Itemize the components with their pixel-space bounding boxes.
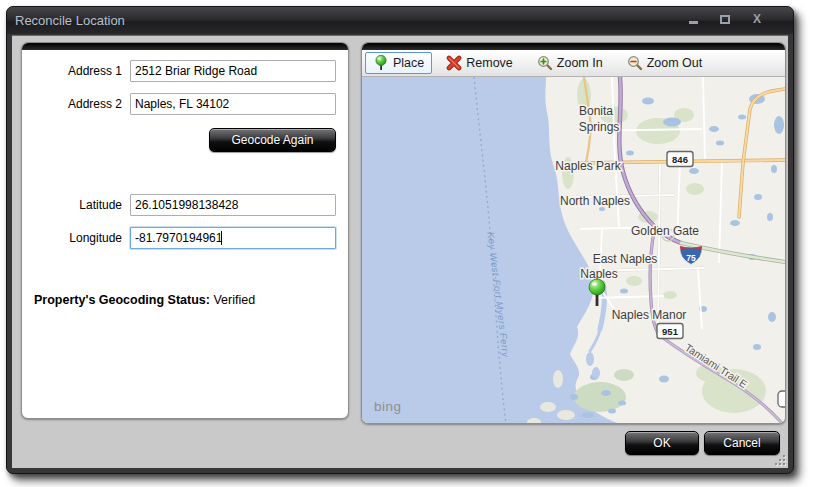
map-label-bonita-springs: Bonita: [579, 104, 613, 118]
map-shield-846: 846: [667, 152, 693, 167]
bing-map[interactable]: Key West-Fort Myers Ferry Bonita Springs…: [362, 77, 785, 424]
longitude-field[interactable]: [130, 227, 336, 249]
resize-grip[interactable]: [774, 454, 785, 465]
zoom-out-icon: [627, 55, 643, 71]
text-caret: [221, 231, 222, 245]
geocoding-status: Property's Geocoding Status: Verified: [34, 293, 255, 307]
map-label-north-naples: North Naples: [560, 194, 630, 208]
window-title: Reconcile Location: [15, 13, 125, 28]
map-panel: Place Remove Zoom In: [361, 42, 786, 424]
svg-text:846: 846: [672, 154, 688, 165]
bing-logo: bing: [374, 399, 402, 414]
remove-button[interactable]: Remove: [438, 52, 521, 74]
zoom-in-icon: [537, 55, 553, 71]
maximize-icon[interactable]: [717, 11, 733, 27]
geocoding-status-label: Property's Geocoding Status:: [34, 293, 210, 307]
map-label-naples: Naples: [580, 267, 617, 281]
address1-label: Address 1: [40, 64, 122, 78]
geocoding-status-value: Verified: [213, 293, 255, 307]
map-view[interactable]: Key West-Fort Myers Ferry Bonita Springs…: [362, 77, 785, 423]
pushpin-icon: [373, 55, 389, 71]
zoom-out-button-label: Zoom Out: [647, 56, 703, 70]
address2-field[interactable]: [130, 93, 336, 115]
map-label-golden-gate: Golden Gate: [631, 224, 699, 238]
zoom-out-button[interactable]: Zoom Out: [619, 52, 711, 74]
address1-field[interactable]: [130, 60, 336, 82]
zoom-in-button-label: Zoom In: [557, 56, 603, 70]
place-button[interactable]: Place: [365, 52, 432, 74]
minimize-icon[interactable]: [685, 11, 701, 27]
close-icon[interactable]: X: [749, 11, 765, 27]
svg-text:75: 75: [686, 253, 696, 263]
title-bar[interactable]: Reconcile Location X: [7, 7, 793, 34]
remove-icon: [446, 55, 462, 71]
reconcile-location-dialog: Reconcile Location X Address 1 Address 2…: [6, 6, 794, 474]
map-shield-951: 951: [657, 324, 683, 339]
map-label-east-naples: East Naples: [593, 252, 658, 266]
panel-header-strip: [362, 43, 785, 50]
address2-label: Address 2: [40, 97, 122, 111]
cancel-button[interactable]: Cancel: [704, 431, 780, 455]
longitude-label: Longitude: [40, 231, 122, 245]
svg-text:951: 951: [662, 326, 679, 337]
map-label-naples-park: Naples Park: [555, 159, 621, 173]
latitude-label: Latitude: [40, 198, 122, 212]
address-form-panel: Address 1 Address 2 Geocode Again Latitu…: [21, 42, 349, 419]
place-button-label: Place: [393, 56, 424, 70]
ok-button[interactable]: OK: [625, 431, 699, 455]
remove-button-label: Remove: [466, 56, 513, 70]
map-label-bonita-springs-2: Springs: [579, 120, 620, 134]
geocode-again-button[interactable]: Geocode Again: [209, 128, 336, 152]
zoom-in-button[interactable]: Zoom In: [529, 52, 611, 74]
panel-header-strip: [22, 43, 348, 50]
dialog-content: Address 1 Address 2 Geocode Again Latitu…: [12, 35, 788, 468]
latitude-field[interactable]: [130, 194, 336, 216]
map-toolbar: Place Remove Zoom In: [362, 50, 785, 77]
map-label-naples-manor: Naples Manor: [612, 308, 687, 322]
map-shield-41: 41: [778, 391, 785, 407]
